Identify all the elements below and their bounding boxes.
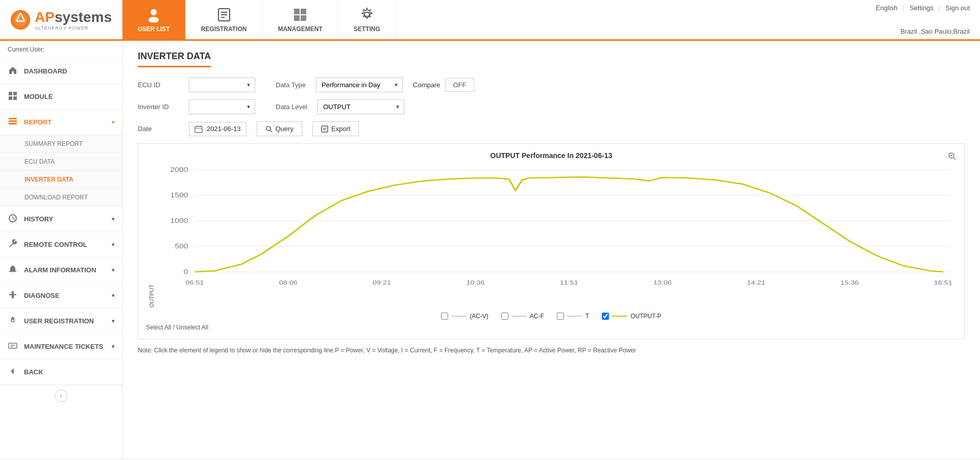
sidebar-item-ecu-data[interactable]: ECU DATA <box>0 153 122 171</box>
svg-text:2000: 2000 <box>170 166 188 173</box>
legend-ac-f[interactable]: AC-F <box>501 313 544 320</box>
sidebar-label-remote-control: REMOTE CONTROL <box>24 241 87 248</box>
svg-text:0: 0 <box>184 268 188 275</box>
legend-output-p[interactable]: OUTPUT-P <box>602 313 662 320</box>
sidebar-item-download-report[interactable]: DOWNLOAD REPORT <box>0 189 122 207</box>
svg-text:10:36: 10:36 <box>466 279 484 286</box>
main-content: INVERTER DATA ECU ID ▼ Data Type Perform… <box>122 41 980 458</box>
sidebar-item-report[interactable]: REPORT ▾ <box>0 110 122 135</box>
legend-ac-v[interactable]: (AC-V) <box>441 313 488 320</box>
logo-area: APsystems ALTENERGY POWER <box>0 0 122 39</box>
calendar-icon <box>194 125 203 133</box>
signout-link[interactable]: Sign out <box>945 4 970 12</box>
sidebar-item-dashboard[interactable]: DASHBOARD <box>0 59 122 84</box>
sidebar-item-summary-report[interactable]: SUMMARY REPORT <box>0 135 122 153</box>
logo-name: APsystems <box>35 9 112 25</box>
header: APsystems ALTENERGY POWER USER LIST REGI… <box>0 0 980 41</box>
svg-line-43 <box>953 158 955 160</box>
svg-text:13:06: 13:06 <box>653 279 672 286</box>
sidebar-item-module[interactable]: MODULE <box>0 84 122 110</box>
ecu-id-select[interactable] <box>189 78 255 92</box>
legend-t-label: T <box>585 313 589 320</box>
legend-t[interactable]: T <box>557 313 589 320</box>
legend-ac-v-checkbox[interactable] <box>441 313 448 320</box>
legend-ac-f-line <box>511 316 527 317</box>
data-type-label: Data Type <box>276 81 306 89</box>
export-icon <box>321 125 328 133</box>
chevron-down-icon: ▾ <box>112 318 114 324</box>
logo-icon <box>10 7 31 33</box>
legend-ac-v-label: (AC-V) <box>470 313 488 320</box>
chart-note: Note: Click the element of legend to sho… <box>138 347 965 354</box>
sidebar-item-user-registration[interactable]: USER REGISTRATION ▾ <box>0 309 122 334</box>
query-button[interactable]: Query <box>257 121 302 136</box>
chart-body: OUTPUT 2000 1500 1000 500 <box>146 165 957 308</box>
svg-point-1 <box>14 13 27 27</box>
inverter-id-select[interactable] <box>189 99 255 114</box>
sidebar-item-alarm-information[interactable]: ALARM INFORMATION ▾ <box>0 258 122 283</box>
svg-rect-18 <box>9 96 12 100</box>
export-button[interactable]: Export <box>312 121 359 136</box>
svg-text:1000: 1000 <box>170 217 188 224</box>
sidebar-item-history[interactable]: HISTORY ▾ <box>0 207 122 232</box>
tab-registration[interactable]: REGISTRATION <box>186 0 263 39</box>
date-value: 2021-06-13 <box>207 125 241 133</box>
zoom-icon[interactable] <box>947 151 957 162</box>
data-level-select[interactable]: OUTPUT <box>317 99 404 114</box>
header-right: English | Settings | Sign out Brazil ,Sa… <box>866 0 980 39</box>
tab-user-list[interactable]: USER LIST <box>122 0 186 39</box>
svg-text:500: 500 <box>175 243 188 250</box>
svg-line-37 <box>270 130 272 132</box>
chevron-down-icon: ▾ <box>112 216 114 222</box>
legend-ac-f-checkbox[interactable] <box>501 313 508 320</box>
sidebar-label-dashboard: DASHBOARD <box>24 67 67 75</box>
legend-output-p-checkbox[interactable] <box>602 313 609 320</box>
chevron-down-icon: ▾ <box>112 344 114 349</box>
data-type-select[interactable]: Performance in Day <box>316 78 403 92</box>
user-list-icon <box>146 7 161 22</box>
data-level-select-wrapper: OUTPUT ▼ <box>317 99 404 114</box>
sidebar-item-remote-control[interactable]: REMOTE CONTROL ▾ <box>0 232 122 258</box>
language-link[interactable]: English <box>876 4 898 12</box>
management-icon <box>292 7 308 22</box>
ticket-icon <box>8 341 18 352</box>
sidebar-item-inverter-data[interactable]: INVERTER DATA <box>0 171 122 189</box>
chart-header: OUTPUT Performance In 2021-06-13 <box>146 151 957 160</box>
compare-label: Compare <box>413 81 440 89</box>
chart-svg: 2000 1500 1000 500 0 06:51 08:06 09:21 1… <box>155 165 957 308</box>
svg-text:06:51: 06:51 <box>186 279 204 286</box>
svg-text:16:51: 16:51 <box>934 279 952 286</box>
ecu-id-select-wrapper: ▼ <box>189 78 255 92</box>
registration-icon <box>216 7 232 22</box>
svg-point-15 <box>364 12 370 17</box>
svg-rect-13 <box>294 15 300 21</box>
chart-legend: (AC-V) AC-F T OUTPUT-P <box>146 313 957 320</box>
legend-t-checkbox[interactable] <box>557 313 564 320</box>
list-icon <box>8 117 18 127</box>
date-input[interactable]: 2021-06-13 <box>189 122 247 136</box>
chevron-down-icon: ▾ <box>112 119 114 125</box>
tab-management[interactable]: MANAGEMENT <box>262 0 338 39</box>
svg-rect-19 <box>13 96 17 100</box>
sidebar-item-back[interactable]: BACK <box>0 360 122 385</box>
sidebar-item-maintenance-tickets[interactable]: MAINTENANCE TICKETS ▾ <box>0 334 122 360</box>
sidebar-label-history: HISTORY <box>24 215 53 223</box>
chevron-down-icon: ▾ <box>112 293 114 298</box>
select-all-link[interactable]: Select All / Unselect All <box>146 324 957 331</box>
sidebar-item-diagnose[interactable]: DIAGNOSE ▾ <box>0 283 122 309</box>
settings-link[interactable]: Settings <box>910 4 934 12</box>
ecu-id-label: ECU ID <box>138 81 179 89</box>
grid-icon <box>8 91 18 102</box>
svg-rect-20 <box>9 118 17 119</box>
tab-setting[interactable]: SETTING <box>338 0 396 39</box>
sidebar-label-report: REPORT <box>24 118 52 126</box>
svg-rect-16 <box>9 92 12 95</box>
sidebar-collapse-button[interactable]: ‹ <box>55 390 67 402</box>
compare-button[interactable]: OFF <box>446 78 474 92</box>
data-type-select-wrapper: Performance in Day ▼ <box>316 78 403 92</box>
page-title: INVERTER DATA <box>138 51 211 67</box>
legend-output-p-line <box>612 316 627 317</box>
svg-point-6 <box>149 17 159 22</box>
search-icon <box>265 125 273 133</box>
legend-ac-f-label: AC-F <box>530 313 544 320</box>
